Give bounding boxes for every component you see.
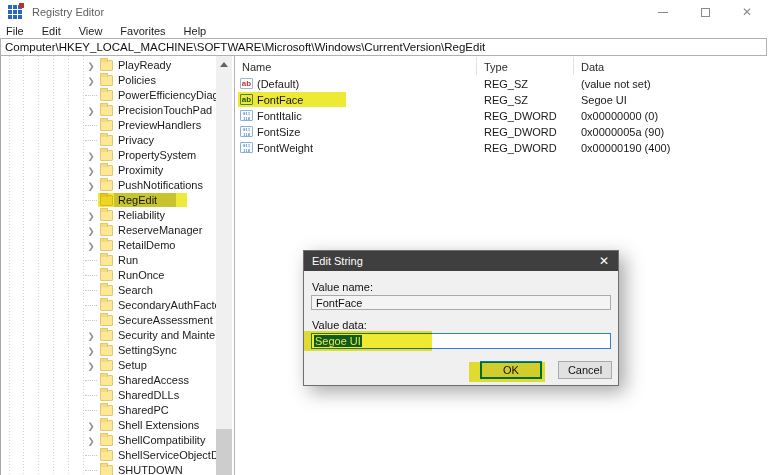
column-divider[interactable] <box>476 57 477 75</box>
folder-icon <box>100 435 113 446</box>
tree-connector <box>85 125 97 126</box>
value-row-fontsize[interactable]: 011110FontSizeREG_DWORD0x0000005a (90) <box>236 124 768 140</box>
tree-item-security-and-maintenar[interactable]: ❯Security and Maintenar <box>1 328 216 343</box>
tree-item-precisiontouchpad[interactable]: ❯PrecisionTouchPad <box>1 103 216 118</box>
value-row-fontweight[interactable]: 011110FontWeightREG_DWORD0x00000190 (400… <box>236 140 768 156</box>
expand-arrow-icon[interactable]: ❯ <box>86 106 96 116</box>
tree-item-shareddlls[interactable]: SharedDLLs <box>1 388 216 403</box>
column-header-type[interactable]: Type <box>484 61 508 73</box>
tree-scrollbar[interactable] <box>216 56 232 475</box>
column-divider[interactable] <box>573 57 574 75</box>
reg-dword-icon: 011110 <box>240 110 253 121</box>
close-button[interactable]: ✕ <box>726 0 768 24</box>
value-row-fontface[interactable]: abFontFaceREG_SZSegoe UI <box>236 92 768 108</box>
tree-item-label: Privacy <box>118 134 154 146</box>
tree-item-powerefficiencydiagno[interactable]: PowerEfficiencyDiagno <box>1 88 216 103</box>
tree-item-sharedpc[interactable]: SharedPC <box>1 403 216 418</box>
expand-arrow-icon[interactable]: ❯ <box>86 166 96 176</box>
menu-item-file[interactable]: File <box>0 25 33 37</box>
tree-item-runonce[interactable]: RunOnce <box>1 268 216 283</box>
scrollbar-thumb[interactable] <box>216 429 232 475</box>
tree-item-sharedaccess[interactable]: SharedAccess <box>1 373 216 388</box>
tree-item-run[interactable]: Run <box>1 253 216 268</box>
tree-item-label: Run <box>118 254 138 266</box>
highlight-marker <box>98 193 187 207</box>
menu-item-help[interactable]: Help <box>175 25 216 37</box>
menu-item-view[interactable]: View <box>70 25 112 37</box>
tree-item-label: SecondaryAuthFactor <box>118 299 216 311</box>
maximize-button[interactable] <box>684 0 726 24</box>
tree-item-reservemanager[interactable]: ❯ReserveManager <box>1 223 216 238</box>
tree-item-label: Proximity <box>118 164 163 176</box>
folder-icon <box>100 360 113 371</box>
folder-icon <box>100 405 113 416</box>
tree-item-label: Search <box>118 284 153 296</box>
window-title: Registry Editor <box>32 6 104 18</box>
tree-item-privacy[interactable]: Privacy <box>1 133 216 148</box>
highlight-marker <box>469 362 545 382</box>
reg-string-icon: ab <box>240 78 253 89</box>
tree-item-pushnotifications[interactable]: ❯PushNotifications <box>1 178 216 193</box>
value-data: Segoe UI <box>581 94 627 106</box>
tree-connector <box>85 305 97 306</box>
value-type: REG_DWORD <box>484 126 557 138</box>
tree-item-shutdown[interactable]: SHUTDOWN <box>1 463 216 475</box>
tree-item-label: SharedAccess <box>118 374 189 386</box>
folder-icon <box>100 450 113 461</box>
reg-dword-icon: 011110 <box>240 126 253 137</box>
value-row-fontitalic[interactable]: 011110FontItalicREG_DWORD0x00000000 (0) <box>236 108 768 124</box>
value-row--default-[interactable]: ab(Default)REG_SZ(value not set) <box>236 76 768 92</box>
expand-arrow-icon[interactable]: ❯ <box>86 331 96 341</box>
expand-arrow-icon[interactable]: ❯ <box>86 241 96 251</box>
expand-arrow-icon[interactable]: ❯ <box>86 76 96 86</box>
menu-item-edit[interactable]: Edit <box>33 25 70 37</box>
tree-connector <box>85 260 97 261</box>
tree-item-retaildemo[interactable]: ❯RetailDemo <box>1 238 216 253</box>
dialog-close-icon[interactable]: ✕ <box>599 254 609 268</box>
tree-item-regedit[interactable]: RegEdit <box>1 193 216 208</box>
tree-item-reliability[interactable]: ❯Reliability <box>1 208 216 223</box>
expand-arrow-icon[interactable]: ❯ <box>86 181 96 191</box>
expand-arrow-icon[interactable]: ❯ <box>86 346 96 356</box>
tree-item-settingsync[interactable]: ❯SettingSync <box>1 343 216 358</box>
minimize-button[interactable] <box>642 0 684 24</box>
folder-icon <box>100 120 113 131</box>
tree-item-proximity[interactable]: ❯Proximity <box>1 163 216 178</box>
expand-arrow-icon[interactable]: ❯ <box>86 211 96 221</box>
tree-item-search[interactable]: Search <box>1 283 216 298</box>
value-name: FontWeight <box>257 142 313 154</box>
column-header-name[interactable]: Name <box>242 61 271 73</box>
expand-arrow-icon[interactable]: ❯ <box>86 436 96 446</box>
tree-item-playready[interactable]: ❯PlayReady <box>1 58 216 73</box>
up-arrow-icon <box>220 62 228 67</box>
expand-arrow-icon[interactable]: ❯ <box>86 151 96 161</box>
menu-item-favorites[interactable]: Favorites <box>111 25 174 37</box>
expand-arrow-icon[interactable]: ❯ <box>86 61 96 71</box>
expand-arrow-icon[interactable]: ❯ <box>86 421 96 431</box>
folder-icon <box>100 270 113 281</box>
address-bar[interactable]: Computer\HKEY_LOCAL_MACHINE\SOFTWARE\Mic… <box>0 38 767 56</box>
folder-icon <box>100 135 113 146</box>
tree-item-secondaryauthfactor[interactable]: SecondaryAuthFactor <box>1 298 216 313</box>
expand-arrow-icon[interactable]: ❯ <box>86 361 96 371</box>
tree-item-label: PreviewHandlers <box>118 119 201 131</box>
scroll-up-button[interactable] <box>216 56 232 72</box>
cancel-button[interactable]: Cancel <box>558 361 612 379</box>
title-bar: Registry Editor ✕ <box>0 0 768 24</box>
tree-item-shellcompatibility[interactable]: ❯ShellCompatibility <box>1 433 216 448</box>
tree-item-shell-extensions[interactable]: ❯Shell Extensions <box>1 418 216 433</box>
tree-item-previewhandlers[interactable]: PreviewHandlers <box>1 118 216 133</box>
tree-connector <box>85 290 97 291</box>
pane-splitter[interactable] <box>234 56 235 475</box>
tree-item-shellserviceobjectdelay[interactable]: ShellServiceObjectDelay <box>1 448 216 463</box>
dialog-title-bar[interactable]: Edit String ✕ <box>304 251 618 271</box>
value-name-field[interactable]: FontFace <box>311 295 611 310</box>
tree-connector <box>85 380 97 381</box>
column-header-data[interactable]: Data <box>581 61 604 73</box>
tree-item-setup[interactable]: ❯Setup <box>1 358 216 373</box>
expand-arrow-icon[interactable]: ❯ <box>86 226 96 236</box>
tree-item-label: SecureAssessment <box>118 314 213 326</box>
tree-item-secureassessment[interactable]: SecureAssessment <box>1 313 216 328</box>
tree-item-propertysystem[interactable]: ❯PropertySystem <box>1 148 216 163</box>
tree-item-policies[interactable]: ❯Policies <box>1 73 216 88</box>
